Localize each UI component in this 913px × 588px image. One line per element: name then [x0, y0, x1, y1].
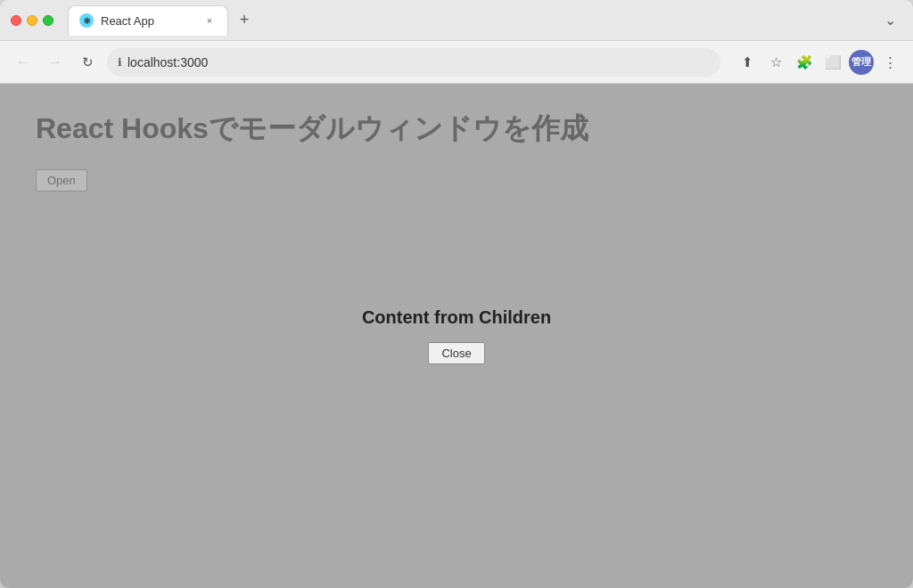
tab-manager-button[interactable]: ⬜ — [820, 50, 845, 75]
more-menu-button[interactable]: ⋮ — [877, 50, 902, 75]
bookmark-icon: ☆ — [770, 54, 782, 70]
modal-content-text: Content from Children — [362, 307, 551, 328]
forward-button[interactable]: → — [43, 50, 68, 75]
tab-title: React App — [101, 14, 195, 28]
url-bar[interactable]: ℹ localhost:3000 — [107, 48, 720, 77]
close-modal-button[interactable]: Close — [428, 342, 484, 364]
more-icon: ⋮ — [884, 54, 897, 70]
back-button[interactable]: ← — [11, 50, 36, 75]
app-container: React Hooksでモーダルウィンドウを作成 Open Content fr… — [0, 84, 913, 588]
maximize-window-button[interactable] — [43, 15, 53, 26]
share-icon: ⬆ — [742, 54, 753, 70]
page-content: React Hooksでモーダルウィンドウを作成 Open Content fr… — [0, 84, 913, 588]
minimize-window-button[interactable] — [27, 15, 37, 26]
tab-area: ⚛ React App × + ⌄ — [68, 5, 902, 36]
bookmark-button[interactable]: ☆ — [763, 50, 788, 75]
lock-icon: ℹ — [118, 56, 122, 69]
share-button[interactable]: ⬆ — [735, 50, 760, 75]
traffic-lights — [11, 15, 53, 26]
url-text: localhost:3000 — [127, 55, 208, 69]
modal-overlay: Content from Children Close — [0, 84, 913, 588]
tab-close-button[interactable]: × — [202, 13, 217, 28]
toolbar-icons: ⬆ ☆ 🧩 ⬜ 管理 ⋮ — [735, 50, 902, 75]
new-tab-button[interactable]: + — [232, 8, 257, 33]
profile-button[interactable]: 管理 — [849, 50, 874, 75]
browser-tab[interactable]: ⚛ React App × — [68, 5, 228, 36]
tab-manager-icon: ⬜ — [825, 54, 842, 70]
extensions-button[interactable]: 🧩 — [792, 50, 817, 75]
profile-label: 管理 — [851, 55, 871, 69]
refresh-button[interactable]: ↻ — [75, 50, 100, 75]
address-bar: ← → ↻ ℹ localhost:3000 ⬆ ☆ 🧩 ⬜ 管 — [0, 41, 913, 84]
modal-content-area: Content from Children Close — [362, 307, 551, 364]
tab-favicon-icon: ⚛ — [79, 13, 94, 28]
title-bar: ⚛ React App × + ⌄ — [0, 0, 913, 41]
extension-icon: 🧩 — [796, 54, 813, 70]
close-window-button[interactable] — [11, 15, 21, 26]
tab-menu-button[interactable]: ⌄ — [877, 8, 902, 33]
browser-window: ⚛ React App × + ⌄ ← → ↻ ℹ — [0, 0, 913, 588]
